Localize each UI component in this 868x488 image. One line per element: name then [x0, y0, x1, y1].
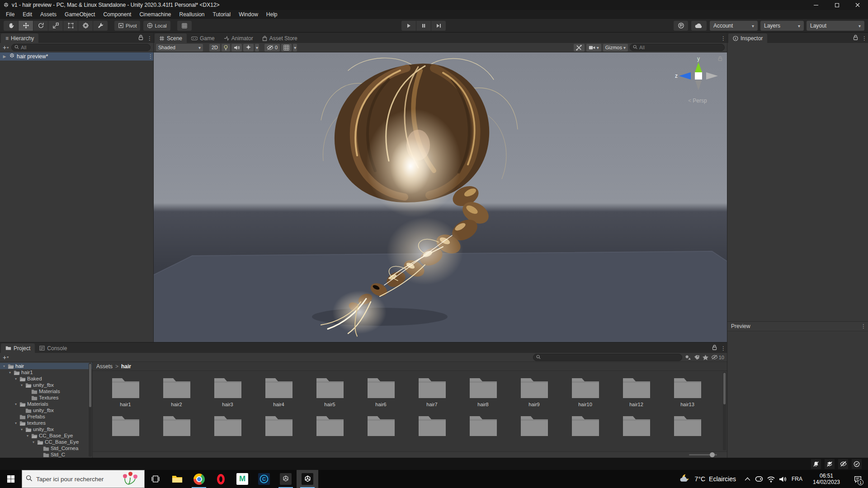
breadcrumb-root[interactable]: Assets — [96, 363, 113, 370]
gizmo-lock-icon[interactable] — [718, 56, 722, 62]
scene-viewport[interactable]: y z <Persp — [154, 52, 727, 342]
wifi-icon[interactable] — [765, 470, 777, 488]
unlock-icon[interactable] — [138, 35, 143, 42]
menu-tutorial[interactable]: Tutorial — [209, 10, 235, 19]
scene-tools-button[interactable] — [574, 44, 585, 52]
expander-icon[interactable] — [8, 371, 12, 375]
muted-eye-icon[interactable] — [838, 459, 848, 469]
hand-tool-button[interactable] — [4, 21, 18, 31]
asset-folder-partial[interactable] — [205, 413, 250, 438]
notification-center-button[interactable]: 1 — [847, 470, 868, 488]
expander-icon[interactable] — [25, 434, 30, 438]
move-tool-button[interactable] — [19, 21, 33, 31]
orientation-gizmo[interactable]: y z <Persp — [673, 55, 722, 104]
pivot-toggle-button[interactable]: Pivot — [114, 21, 140, 31]
expander-icon[interactable] — [14, 402, 18, 406]
scene-search[interactable] — [630, 44, 725, 51]
expander-icon[interactable] — [2, 54, 7, 59]
minimize-button[interactable] — [806, 0, 826, 10]
menu-component[interactable]: Component — [99, 10, 135, 19]
plastic-scm-button[interactable] — [674, 21, 688, 31]
tab-asset-store[interactable]: Asset Store — [258, 33, 302, 43]
rotate-tool-button[interactable] — [33, 21, 48, 31]
medibang-icon[interactable]: M — [231, 470, 253, 488]
project-tree-item-unity_fbx[interactable]: unity_fbx — [0, 382, 92, 388]
expander-icon[interactable] — [19, 383, 24, 387]
thumbnail-size-slider[interactable] — [689, 454, 717, 455]
scene-camera-dropdown[interactable] — [586, 44, 601, 52]
tab-inspector[interactable]: Inspector — [728, 33, 767, 43]
asset-folder-hair6[interactable]: hair6 — [359, 375, 404, 407]
effects-dropdown[interactable] — [255, 44, 259, 52]
tab-scene[interactable]: Scene — [155, 33, 187, 43]
project-tree-item-std_c[interactable]: Std_C — [0, 451, 92, 458]
project-tree-item-textures[interactable]: textures — [0, 420, 92, 426]
cloud-button[interactable] — [691, 21, 707, 31]
custom-tool-button[interactable] — [93, 21, 108, 31]
shading-mode-dropdown[interactable]: Shaded — [156, 44, 203, 52]
projection-toggle[interactable]: <Persp — [673, 98, 722, 104]
tulips-image[interactable] — [121, 472, 141, 487]
local-toggle-button[interactable]: Local — [143, 21, 170, 31]
asset-folder-hair3[interactable]: hair3 — [205, 375, 250, 407]
project-tree-item-cc_base_eye[interactable]: CC_Base_Eye — [0, 439, 92, 445]
2d-toggle-button[interactable]: 2D — [209, 44, 220, 52]
scene-search-input[interactable] — [639, 45, 722, 50]
expander-icon[interactable] — [14, 377, 18, 381]
asset-folder-partial[interactable] — [256, 413, 302, 438]
unlock-icon[interactable] — [853, 35, 858, 42]
audio-toggle-button[interactable] — [231, 44, 242, 52]
expander-icon[interactable] — [2, 364, 6, 368]
layers-dropdown[interactable]: Layers — [760, 21, 804, 31]
file-explorer-icon[interactable] — [166, 470, 188, 488]
menu-cinemachine[interactable]: Cinemachine — [135, 10, 175, 19]
inspector-menu-icon[interactable] — [862, 35, 865, 42]
tree-scrollbar[interactable] — [89, 363, 92, 457]
asset-folder-partial[interactable] — [359, 413, 404, 438]
start-button[interactable] — [0, 470, 22, 488]
asset-folder-partial[interactable] — [512, 413, 557, 438]
tab-animator[interactable]: Animator — [219, 33, 258, 43]
check-circle-icon[interactable] — [852, 459, 862, 469]
account-dropdown[interactable]: Account — [710, 21, 758, 31]
taskbar-weather[interactable]: 7°C Eclaircies — [674, 470, 741, 488]
project-search[interactable] — [533, 354, 682, 361]
menu-gameobject[interactable]: GameObject — [61, 10, 99, 19]
project-tree-item-cc_base_eye[interactable]: CC_Base_Eye — [0, 432, 92, 439]
asset-folder-partial[interactable] — [307, 413, 353, 438]
unity-hub-icon[interactable] — [275, 470, 297, 488]
project-tree-item-unity_fbx[interactable]: unity_fbx — [0, 407, 92, 413]
tray-app-icon[interactable] — [753, 470, 765, 488]
tab-hierarchy[interactable]: ≡Hierarchy — [1, 33, 38, 43]
scene-visibility-button[interactable]: 0 — [264, 44, 280, 52]
hierarchy-item-hair-preview[interactable]: hair preview* — [0, 52, 153, 61]
asset-folder-partial[interactable] — [410, 413, 455, 438]
project-tree-item-std_cornea[interactable]: Std_Cornea — [0, 445, 92, 451]
expander-icon[interactable] — [19, 427, 24, 432]
layout-dropdown[interactable]: Layout — [807, 21, 864, 31]
project-add-button[interactable]: + — [3, 354, 9, 361]
menu-edit[interactable]: Edit — [19, 10, 36, 19]
language-indicator[interactable]: FRA — [788, 470, 806, 488]
project-tree-item-unity_fbx[interactable]: unity_fbx — [0, 426, 92, 432]
preview-menu-icon[interactable] — [861, 323, 864, 329]
grid-scrollbar[interactable] — [723, 372, 726, 450]
asset-folder-partial[interactable] — [614, 413, 659, 438]
search-by-label-icon[interactable] — [694, 355, 700, 360]
taskbar-search[interactable]: Taper ici pour rechercher — [22, 470, 145, 488]
unlock-icon[interactable] — [712, 345, 717, 352]
asset-folder-hair4[interactable]: hair4 — [256, 375, 302, 407]
project-menu-icon[interactable] — [721, 345, 724, 352]
expander-icon[interactable] — [31, 440, 36, 444]
opera-icon[interactable] — [210, 470, 231, 488]
preview-header[interactable]: Preview — [727, 321, 868, 331]
project-tree-item-hair1[interactable]: hair1 — [0, 369, 92, 375]
maximize-button[interactable] — [826, 0, 847, 10]
asset-folder-partial[interactable] — [103, 413, 148, 438]
scene-menu-icon[interactable] — [721, 35, 724, 42]
unity-editor-icon[interactable] — [297, 470, 318, 488]
asset-folder-hair12[interactable]: hair12 — [614, 375, 659, 407]
task-view-button[interactable] — [145, 470, 166, 488]
asset-folder-hair8[interactable]: hair8 — [461, 375, 506, 407]
asset-folder-hair9[interactable]: hair9 — [512, 375, 557, 407]
